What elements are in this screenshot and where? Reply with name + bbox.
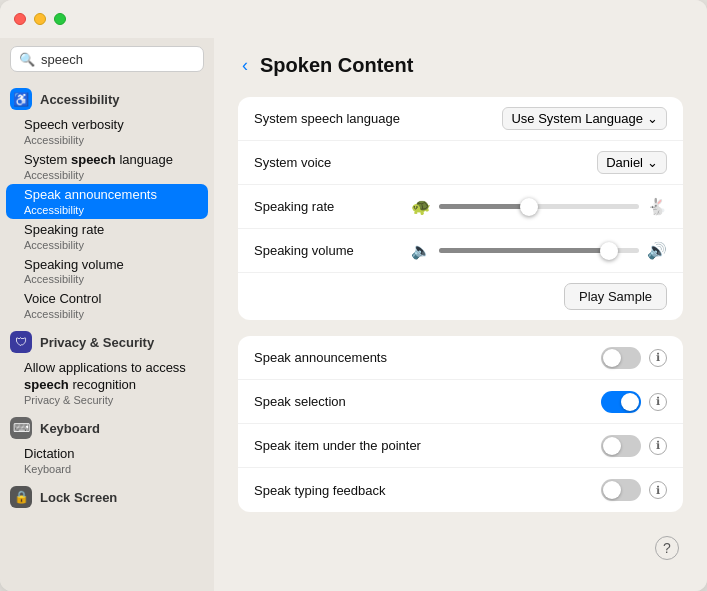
system-voice-chevron: ⌄ [647, 155, 658, 170]
speaking-volume-low-icon: 🔈 [411, 241, 431, 260]
item-subtitle-speak-announcements: Accessibility [24, 204, 198, 216]
sidebar-section-privacy: 🛡 Privacy & Security Allow applications … [0, 325, 214, 409]
search-input[interactable] [41, 52, 209, 67]
system-speech-language-control: Use System Language ⌄ [502, 107, 667, 130]
speech-settings-card: System speech language Use System Langua… [238, 97, 683, 320]
sidebar-item-speak-announcements[interactable]: Speak announcements Accessibility [6, 184, 208, 219]
accessibility-icon: ♿ [10, 88, 32, 110]
system-speech-language-chevron: ⌄ [647, 111, 658, 126]
speak-typing-control: ℹ [601, 479, 667, 501]
speaking-volume-label: Speaking volume [254, 243, 411, 258]
item-title-allow-speech-recognition: Allow applications to access speech reco… [24, 360, 198, 394]
help-row: ? [238, 528, 683, 560]
sidebar: 🔍 × ♿ Accessibility Speech verbosity Acc… [0, 38, 214, 591]
detail-header: ‹ Spoken Content [238, 54, 683, 77]
speak-item-thumb [603, 437, 621, 455]
system-speech-language-row: System speech language Use System Langua… [238, 97, 683, 141]
lockscreen-section-header[interactable]: 🔒 Lock Screen [0, 480, 214, 512]
speak-selection-label: Speak selection [254, 394, 601, 409]
detail-pane: ‹ Spoken Content System speech language … [214, 38, 707, 591]
item-subtitle-speaking-volume: Accessibility [24, 273, 198, 285]
item-subtitle-speech-verbosity: Accessibility [24, 134, 198, 146]
help-button[interactable]: ? [655, 536, 679, 560]
privacy-section-title: Privacy & Security [40, 335, 154, 350]
speak-item-label: Speak item under the pointer [254, 438, 601, 453]
search-icon: 🔍 [19, 52, 35, 67]
system-speech-language-value: Use System Language [511, 111, 643, 126]
lockscreen-section-title: Lock Screen [40, 490, 117, 505]
privacy-section-header: 🛡 Privacy & Security [0, 325, 214, 357]
sidebar-item-allow-speech-recognition[interactable]: Allow applications to access speech reco… [6, 357, 208, 409]
speak-typing-row: Speak typing feedback ℹ [238, 468, 683, 512]
speaking-rate-row: Speaking rate 🐢 🐇 [238, 185, 683, 229]
sidebar-item-speaking-volume[interactable]: Speaking volume Accessibility [6, 254, 208, 289]
play-sample-button[interactable]: Play Sample [564, 283, 667, 310]
speak-selection-control: ℹ [601, 391, 667, 413]
item-title-dictation: Dictation [24, 446, 198, 463]
item-subtitle-voice-control: Accessibility [24, 308, 198, 320]
speak-selection-info[interactable]: ℹ [649, 393, 667, 411]
keyboard-icon: ⌨ [10, 417, 32, 439]
speaking-rate-slow-icon: 🐢 [411, 197, 431, 216]
speak-selection-toggle[interactable] [601, 391, 641, 413]
sidebar-item-voice-control[interactable]: Voice Control Accessibility [6, 288, 208, 323]
speak-selection-thumb [621, 393, 639, 411]
speak-announcements-label: Speak announcements [254, 350, 601, 365]
close-button[interactable] [14, 13, 26, 25]
sidebar-item-speaking-rate[interactable]: Speaking rate Accessibility [6, 219, 208, 254]
accessibility-section-header: ♿ Accessibility [0, 82, 214, 114]
item-subtitle-dictation: Keyboard [24, 463, 198, 475]
system-voice-value: Daniel [606, 155, 643, 170]
speak-typing-info[interactable]: ℹ [649, 481, 667, 499]
speak-typing-thumb [603, 481, 621, 499]
system-voice-control: Daniel ⌄ [597, 151, 667, 174]
speak-item-row: Speak item under the pointer ℹ [238, 424, 683, 468]
lockscreen-icon: 🔒 [10, 486, 32, 508]
minimize-button[interactable] [34, 13, 46, 25]
system-speech-language-dropdown[interactable]: Use System Language ⌄ [502, 107, 667, 130]
main-content: 🔍 × ♿ Accessibility Speech verbosity Acc… [0, 38, 707, 591]
speak-item-toggle[interactable] [601, 435, 641, 457]
item-subtitle-speaking-rate: Accessibility [24, 239, 198, 251]
sidebar-section-accessibility: ♿ Accessibility Speech verbosity Accessi… [0, 82, 214, 323]
item-title-speaking-rate: Speaking rate [24, 222, 198, 239]
window: 🔍 × ♿ Accessibility Speech verbosity Acc… [0, 0, 707, 591]
sidebar-item-speech-verbosity[interactable]: Speech verbosity Accessibility [6, 114, 208, 149]
speaking-volume-thumb[interactable] [600, 242, 618, 260]
speaking-volume-row: Speaking volume 🔈 🔊 [238, 229, 683, 273]
system-speech-language-label: System speech language [254, 111, 502, 126]
speaking-rate-slider-track[interactable] [439, 204, 639, 209]
speaking-volume-control: 🔈 🔊 [411, 241, 667, 260]
speak-item-info[interactable]: ℹ [649, 437, 667, 455]
speaking-rate-label: Speaking rate [254, 199, 411, 214]
maximize-button[interactable] [54, 13, 66, 25]
detail-title: Spoken Content [260, 54, 413, 77]
item-subtitle-allow-speech-recognition: Privacy & Security [24, 394, 198, 406]
item-title-speak-announcements: Speak announcements [24, 187, 198, 204]
sidebar-item-dictation[interactable]: Dictation Keyboard [6, 443, 208, 478]
speak-selection-row: Speak selection ℹ [238, 380, 683, 424]
speaking-volume-high-icon: 🔊 [647, 241, 667, 260]
speaking-volume-fill [439, 248, 609, 253]
item-title-voice-control: Voice Control [24, 291, 198, 308]
system-voice-dropdown[interactable]: Daniel ⌄ [597, 151, 667, 174]
sidebar-item-system-speech-language[interactable]: System speech language Accessibility [6, 149, 208, 184]
speaking-rate-fill [439, 204, 529, 209]
item-subtitle-system-speech-language: Accessibility [24, 169, 198, 181]
speak-typing-label: Speak typing feedback [254, 483, 601, 498]
speak-announcements-row: Speak announcements ℹ [238, 336, 683, 380]
speak-typing-toggle[interactable] [601, 479, 641, 501]
title-bar [0, 0, 707, 38]
item-title-speech-verbosity: Speech verbosity [24, 117, 198, 134]
speak-announcements-info[interactable]: ℹ [649, 349, 667, 367]
speak-item-control: ℹ [601, 435, 667, 457]
speaking-volume-slider-track[interactable] [439, 248, 639, 253]
speaking-rate-control: 🐢 🐇 [411, 197, 667, 216]
speaking-rate-thumb[interactable] [520, 198, 538, 216]
speak-announcements-toggle[interactable] [601, 347, 641, 369]
search-bar: 🔍 × [10, 46, 204, 72]
accessibility-section-title: Accessibility [40, 92, 120, 107]
system-voice-label: System voice [254, 155, 597, 170]
item-title-system-speech-language: System speech language [24, 152, 198, 169]
back-button[interactable]: ‹ [238, 55, 252, 76]
